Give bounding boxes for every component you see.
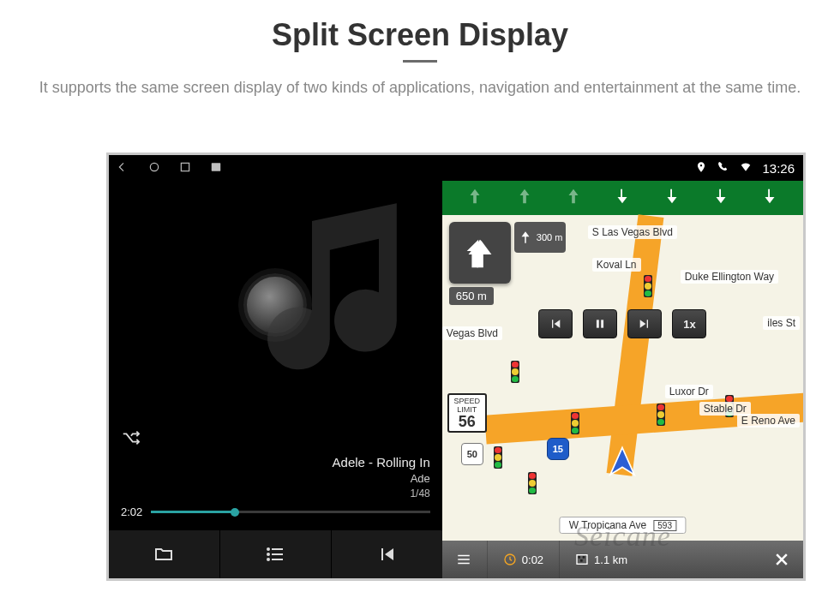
close-button[interactable] — [767, 545, 796, 574]
home-icon[interactable] — [148, 161, 160, 176]
route-shield: 50 — [461, 443, 483, 465]
next-turn: 300 m — [514, 222, 566, 253]
traffic-light-icon — [494, 446, 502, 469]
music-artwork — [109, 181, 442, 428]
phone-icon — [717, 161, 729, 176]
eta-segment: 0:02 — [496, 553, 550, 566]
vehicle-arrow-icon — [604, 445, 640, 484]
traffic-light-icon — [571, 412, 579, 434]
svg-rect-1 — [181, 163, 189, 170]
speed-value: 56 — [449, 414, 485, 429]
street-label: Duke Ellington Way — [681, 270, 778, 284]
sim-prev-button[interactable] — [538, 309, 573, 338]
music-footer — [109, 530, 442, 578]
menu-button[interactable] — [449, 552, 478, 567]
elapsed-time: 2:02 — [121, 505, 142, 518]
remaining-distance: 1.1 km — [594, 553, 627, 566]
svg-point-6 — [267, 548, 269, 550]
svg-rect-2 — [212, 163, 221, 170]
traffic-light-icon — [528, 472, 537, 494]
distance-segment: 1.1 km — [568, 553, 634, 566]
title-underline — [403, 60, 437, 63]
svg-rect-16 — [578, 556, 580, 559]
street-label: S Las Vegas Blvd — [588, 225, 677, 239]
svg-point-8 — [267, 559, 269, 560]
lane-guidance-bar — [442, 181, 803, 215]
sim-speed-button[interactable]: 1x — [672, 309, 706, 338]
svg-rect-18 — [580, 559, 583, 562]
track-count: 1/48 — [121, 487, 430, 500]
sim-next-button[interactable] — [627, 309, 662, 338]
previous-button[interactable] — [332, 530, 442, 578]
map-pane[interactable]: 300 m 650 m 1x SPEED LIMIT 56 — [442, 181, 803, 578]
street-number: 593 — [653, 520, 676, 531]
road-segment — [606, 214, 663, 475]
map-footer: 0:02 1.1 km — [442, 541, 803, 578]
traffic-light-icon — [511, 361, 519, 383]
location-icon — [695, 161, 707, 176]
svg-point-0 — [150, 163, 158, 170]
track-title: Adele - Rolling In — [121, 454, 430, 471]
playlist-button[interactable] — [220, 530, 331, 578]
recent-apps-icon[interactable] — [179, 161, 191, 176]
status-bar: 13:26 — [109, 155, 803, 181]
traffic-light-icon — [644, 275, 652, 297]
turn-distance: 650 m — [449, 287, 494, 305]
lane-arrow-icon — [613, 185, 632, 211]
street-label: iles St — [763, 316, 800, 330]
music-pane: Adele - Rolling In Ade 1/48 2:02 — [109, 181, 442, 578]
next-turn-distance: 300 m — [537, 232, 563, 242]
speed-label: SPEED LIMIT — [449, 397, 485, 414]
svg-rect-9 — [597, 320, 599, 327]
interstate-shield: 15 — [547, 438, 569, 460]
eta-time: 0:02 — [522, 553, 543, 566]
turn-instruction — [449, 222, 511, 284]
page-subtitle: It supports the same screen display of t… — [34, 76, 806, 99]
lane-arrow-icon — [711, 185, 730, 211]
wifi-icon — [740, 161, 752, 176]
street-name: W Tropicana Ave — [569, 519, 647, 531]
clock-text: 13:26 — [762, 161, 795, 176]
device-frame: 13:26 Adele - Rolling In Ade 1/48 — [106, 153, 806, 581]
seek-bar[interactable] — [151, 511, 429, 513]
street-label: E Reno Ave — [737, 414, 800, 428]
page-title: Split Screen Display — [26, 17, 814, 53]
folder-button[interactable] — [109, 530, 219, 578]
lane-arrow-icon — [564, 185, 583, 211]
shuffle-icon[interactable] — [121, 428, 140, 451]
street-label: Luxor Dr — [665, 385, 713, 398]
lane-arrow-icon — [663, 185, 681, 211]
lane-arrow-icon — [760, 185, 779, 211]
speed-limit-sign: SPEED LIMIT 56 — [447, 393, 487, 433]
street-label: Koval Ln — [592, 258, 641, 272]
sim-playback-controls: 1x — [538, 309, 706, 338]
svg-rect-17 — [583, 556, 585, 559]
back-icon[interactable] — [117, 161, 129, 176]
traffic-light-icon — [657, 404, 665, 426]
music-note-icon — [245, 181, 442, 408]
sim-pause-button[interactable] — [583, 309, 617, 338]
current-street: W Tropicana Ave 593 — [560, 517, 686, 534]
street-label: Vegas Blvd — [442, 326, 502, 340]
lane-arrow-icon — [515, 185, 534, 211]
svg-point-7 — [267, 553, 269, 555]
image-icon — [210, 161, 222, 176]
lane-arrow-icon — [465, 185, 484, 211]
track-artist: Ade — [121, 471, 430, 487]
svg-rect-10 — [602, 320, 604, 327]
